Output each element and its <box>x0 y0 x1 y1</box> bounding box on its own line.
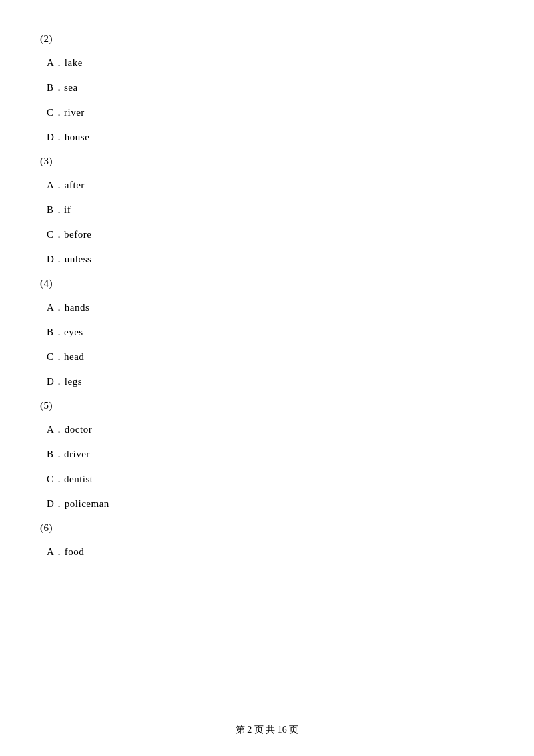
question-3-option-3: D．policeman <box>40 498 494 510</box>
question-number-0: (2) <box>40 33 494 45</box>
question-3-option-0: A．doctor <box>40 423 494 436</box>
question-1-option-1: B．if <box>40 204 494 216</box>
question-number-3: (5) <box>40 400 494 411</box>
question-number-2: (4) <box>40 278 494 289</box>
question-1-option-2: C．before <box>40 228 494 241</box>
question-2-option-2: C．head <box>40 351 494 363</box>
question-1-option-0: A．after <box>40 179 494 192</box>
question-3-option-1: B．driver <box>40 448 494 461</box>
question-1-option-3: D．unless <box>40 253 494 266</box>
page-footer: 第 2 页 共 16 页 <box>0 724 534 736</box>
question-number-4: (6) <box>40 522 494 534</box>
footer-text: 第 2 页 共 16 页 <box>236 725 299 735</box>
question-0-option-1: B．sea <box>40 81 494 94</box>
question-3-option-2: C．dentist <box>40 473 494 486</box>
question-number-1: (3) <box>40 156 494 167</box>
question-2-option-3: D．legs <box>40 375 494 388</box>
question-4-option-0: A．food <box>40 546 494 558</box>
question-0-option-0: A．lake <box>40 57 494 69</box>
question-0-option-3: D．house <box>40 131 494 144</box>
question-0-option-2: C．river <box>40 106 494 119</box>
question-2-option-1: B．eyes <box>40 326 494 339</box>
page-content: (2)A．lakeB．seaC．riverD．house(3)A．afterB．… <box>0 0 534 610</box>
question-2-option-0: A．hands <box>40 301 494 314</box>
